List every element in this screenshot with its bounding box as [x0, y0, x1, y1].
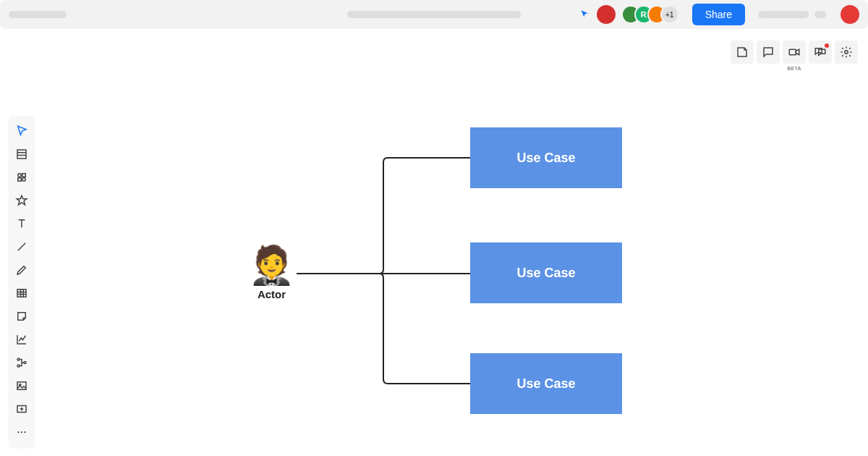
usecase-label: Use Case — [516, 266, 575, 281]
usecase-label: Use Case — [516, 151, 575, 166]
actor-label: Actor — [248, 288, 295, 300]
actor-node[interactable]: 🤵 Actor — [248, 246, 295, 300]
canvas[interactable]: 🤵 Actor Use Case Use Case Use Case — [0, 0, 868, 456]
connectors — [0, 0, 868, 456]
actor-icon: 🤵 — [248, 246, 295, 284]
usecase-node-1[interactable]: Use Case — [470, 127, 622, 188]
usecase-node-2[interactable]: Use Case — [470, 242, 622, 303]
usecase-node-3[interactable]: Use Case — [470, 353, 622, 414]
usecase-label: Use Case — [516, 376, 575, 392]
